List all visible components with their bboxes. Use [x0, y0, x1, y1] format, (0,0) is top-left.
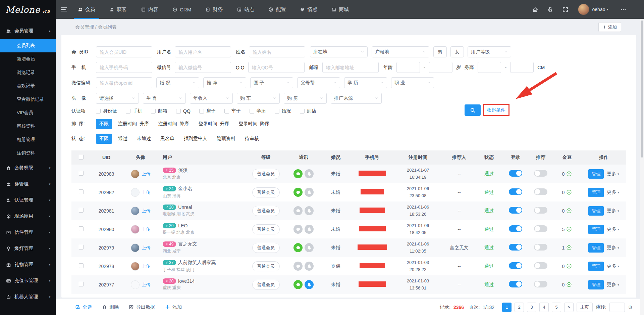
sidebar-section[interactable]: 充值卡管理 ▼	[0, 273, 56, 289]
filter-select[interactable]: 婚 况	[156, 77, 199, 88]
upload-avatar-link[interactable]: 上传	[142, 245, 151, 251]
topnav-item[interactable]: 站点	[235, 0, 256, 19]
sidebar-section[interactable]: 信件管理 ▼	[0, 224, 56, 240]
wechat-icon[interactable]	[293, 206, 303, 215]
wechat-icon[interactable]	[293, 243, 303, 252]
last-page-button[interactable]: 末页	[577, 303, 593, 312]
filter-select[interactable]: 父母帮	[297, 77, 340, 88]
age-max-input[interactable]	[429, 62, 452, 73]
add-gold-icon[interactable]	[566, 208, 572, 214]
row-checkbox[interactable]	[79, 282, 84, 286]
add-gold-icon[interactable]	[566, 263, 572, 269]
height-min-input[interactable]	[478, 62, 501, 73]
sidebar-section[interactable]: 爆灯管理 ▼	[0, 240, 56, 257]
age-min-input[interactable]	[396, 62, 420, 73]
status-option[interactable]: 待审核	[241, 134, 262, 144]
member-name[interactable]: 金小名	[178, 186, 192, 192]
member-name[interactable]: Unreal	[178, 205, 192, 210]
more-dropdown[interactable]: 更多 ▾	[607, 189, 619, 195]
sort-option[interactable]: 不限	[96, 119, 112, 129]
filter-select[interactable]: 生 肖	[143, 93, 186, 104]
sidebar-item[interactable]: 审核资料	[0, 120, 56, 133]
login-toggle[interactable]	[509, 188, 522, 195]
qq-icon[interactable]	[305, 243, 314, 252]
phone-input[interactable]	[96, 62, 152, 73]
manage-button[interactable]: 管理	[588, 206, 604, 216]
topnav-item[interactable]: 会员	[76, 0, 97, 19]
topbar-tool-icon[interactable]	[532, 6, 538, 13]
row-checkbox[interactable]	[79, 208, 84, 213]
sidebar-section[interactable]: 群管理 ▼	[0, 176, 56, 192]
more-icon[interactable]	[620, 6, 627, 13]
topnav-item[interactable]: 配置	[267, 0, 287, 19]
login-toggle[interactable]	[509, 262, 522, 269]
member-name[interactable]: 人前微笑人后寂寞	[178, 260, 216, 266]
auth-checkbox[interactable]: QQ	[176, 108, 191, 114]
row-checkbox[interactable]	[79, 245, 84, 250]
recommend-toggle[interactable]	[534, 170, 547, 177]
scrollbar-thumb[interactable]	[641, 20, 643, 158]
qq-icon[interactable]	[305, 169, 314, 178]
search-button[interactable]	[465, 104, 481, 116]
username[interactable]: oehao	[592, 7, 605, 12]
manage-button[interactable]: 管理	[588, 243, 604, 253]
page-button[interactable]: 3	[527, 303, 536, 312]
sidebar-item[interactable]: 相册管理	[0, 133, 56, 146]
scrollbar[interactable]	[640, 19, 644, 315]
footer-action-button[interactable]: 导出数据	[129, 304, 155, 310]
select-all-checkbox[interactable]	[79, 155, 84, 160]
upload-avatar-link[interactable]: 上传	[142, 282, 151, 288]
member-name[interactable]: love314	[178, 278, 195, 284]
topnav-item[interactable]: 商城	[330, 0, 350, 19]
sidebar-section[interactable]: 现场应用 ▼	[0, 208, 56, 224]
collapse-conditions-button[interactable]: 收起条件	[483, 104, 509, 116]
filter-select[interactable]: 年收入	[190, 93, 233, 104]
member-name[interactable]: 溪溪	[178, 167, 187, 173]
username-input[interactable]	[175, 46, 231, 57]
member-name[interactable]: LEO	[178, 223, 187, 228]
sort-option[interactable]: 登录时间_降序	[235, 119, 273, 129]
wechat-icon[interactable]	[293, 169, 303, 178]
auth-checkbox[interactable]: 身份证	[96, 108, 117, 114]
footer-action-button[interactable]: 添加	[165, 304, 182, 310]
wechat-icon[interactable]	[293, 225, 303, 234]
more-dropdown[interactable]: 更多 ▾	[607, 263, 619, 269]
add-gold-icon[interactable]	[566, 189, 572, 195]
login-toggle[interactable]	[509, 207, 522, 214]
sidebar-item[interactable]: 浏览记录	[0, 66, 56, 79]
status-option[interactable]: 通过	[115, 134, 131, 144]
page-button[interactable]: 1	[502, 303, 512, 312]
user-level-select[interactable]: 用户等级	[468, 46, 511, 57]
upload-avatar-link[interactable]: 上传	[142, 226, 151, 232]
footer-action-button[interactable]: 全选	[75, 304, 92, 310]
sidebar-item[interactable]: 新增会员	[0, 52, 56, 66]
filter-select[interactable]: 购 车	[237, 93, 280, 104]
upload-avatar-link[interactable]: 上传	[142, 208, 151, 214]
topbar-tool-icon[interactable]	[562, 6, 569, 13]
topnav-item[interactable]: ¥ 财务	[204, 0, 224, 19]
qq-icon[interactable]	[305, 206, 314, 215]
add-gold-icon[interactable]	[566, 171, 572, 177]
manage-button[interactable]: 管理	[588, 280, 604, 289]
topnav-item[interactable]: 获客	[108, 0, 128, 19]
login-toggle[interactable]	[509, 225, 522, 232]
female-button[interactable]: 女	[450, 46, 464, 57]
upload-avatar-link[interactable]: 上传	[142, 263, 151, 269]
openid-input[interactable]	[96, 77, 152, 88]
filter-select[interactable]: 推 荐	[203, 77, 246, 88]
location-select[interactable]: 所在地	[310, 46, 368, 57]
wechat-icon[interactable]	[293, 262, 303, 271]
user-avatar[interactable]	[578, 4, 589, 15]
recommend-toggle[interactable]	[534, 262, 547, 269]
sidebar-item[interactable]: 喜欢记录	[0, 79, 56, 93]
qq-icon[interactable]	[305, 188, 314, 197]
wechat-icon[interactable]	[293, 280, 303, 289]
recommend-toggle[interactable]	[534, 207, 547, 214]
add-gold-icon[interactable]	[566, 245, 572, 251]
auth-checkbox[interactable]: 手机	[126, 108, 142, 114]
sidebar-item[interactable]: 查看微信记录	[0, 93, 56, 106]
sort-option[interactable]: 注册时间_降序	[155, 119, 193, 129]
status-option[interactable]: 黑名单	[157, 134, 178, 144]
sidebar-section[interactable]: 机器人管理 ▼	[0, 289, 56, 305]
auth-checkbox[interactable]: 学历	[250, 108, 266, 114]
